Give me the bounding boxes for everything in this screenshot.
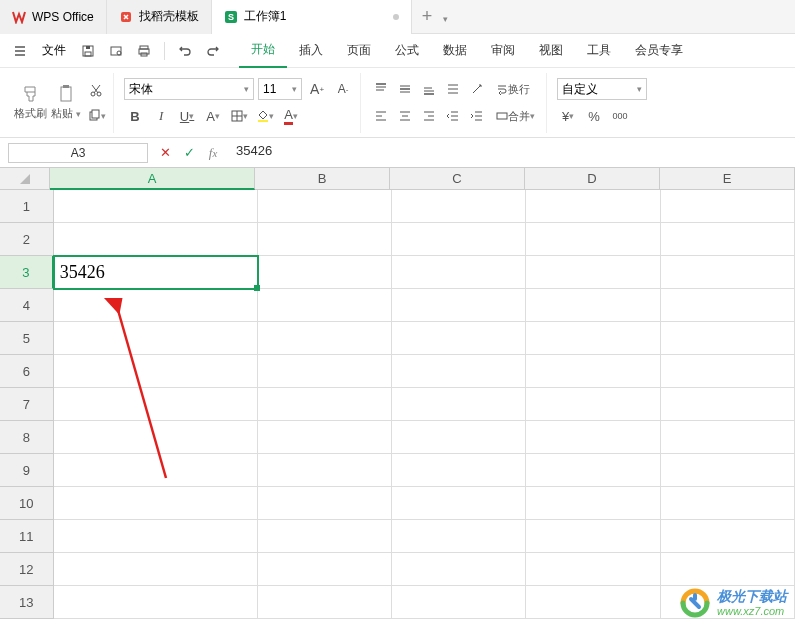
cell-D11[interactable] (526, 520, 660, 553)
row-header-8[interactable]: 8 (0, 421, 54, 454)
cell-C6[interactable] (392, 355, 526, 388)
name-box[interactable]: A3 (8, 143, 148, 163)
cell-D9[interactable] (526, 454, 660, 487)
percent-button[interactable]: % (583, 105, 605, 127)
cell-A5[interactable] (54, 322, 258, 355)
cell-C2[interactable] (392, 223, 526, 256)
cut-icon[interactable] (85, 79, 107, 101)
cell-E11[interactable] (661, 520, 795, 553)
cell-D3[interactable] (526, 256, 660, 289)
menu-tab-review[interactable]: 审阅 (479, 34, 527, 68)
cell-D12[interactable] (526, 553, 660, 586)
decrease-indent-icon[interactable] (443, 107, 463, 125)
cell-A4[interactable] (54, 289, 258, 322)
number-format-select[interactable]: 自定义▾ (557, 78, 647, 100)
column-header-B[interactable]: B (255, 168, 390, 190)
menu-tab-view[interactable]: 视图 (527, 34, 575, 68)
cell-C7[interactable] (392, 388, 526, 421)
cell-A11[interactable] (54, 520, 258, 553)
menu-tab-page[interactable]: 页面 (335, 34, 383, 68)
cell-B12[interactable] (258, 553, 392, 586)
cell-D7[interactable] (526, 388, 660, 421)
menu-file[interactable]: 文件 (36, 42, 72, 59)
cell-C4[interactable] (392, 289, 526, 322)
column-header-C[interactable]: C (390, 168, 525, 190)
cell-A9[interactable] (54, 454, 258, 487)
menu-tab-tools[interactable]: 工具 (575, 34, 623, 68)
formula-input[interactable]: 35426 (230, 143, 787, 163)
font-name-select[interactable]: 宋体▾ (124, 78, 254, 100)
row-header-5[interactable]: 5 (0, 322, 54, 355)
cell-B13[interactable] (258, 586, 392, 619)
row-header-1[interactable]: 1 (0, 190, 54, 223)
app-tab-workbook[interactable]: S 工作簿1 (212, 0, 412, 34)
bold-button[interactable]: B (124, 105, 146, 127)
cell-E6[interactable] (661, 355, 795, 388)
row-header-13[interactable]: 13 (0, 586, 54, 619)
row-header-9[interactable]: 9 (0, 454, 54, 487)
align-bottom-icon[interactable] (419, 80, 439, 98)
italic-button[interactable]: I (150, 105, 172, 127)
format-painter-button[interactable]: 格式刷 (14, 84, 47, 121)
hamburger-icon[interactable] (8, 39, 32, 63)
comma-button[interactable]: 000 (609, 105, 631, 127)
align-right-icon[interactable] (419, 107, 439, 125)
menu-tab-member[interactable]: 会员专享 (623, 34, 695, 68)
align-top-icon[interactable] (371, 80, 391, 98)
font-color-button[interactable]: A▾ (280, 105, 302, 127)
print-icon[interactable] (132, 39, 156, 63)
merge-button[interactable]: 合并▾ (491, 105, 540, 127)
cell-A1[interactable] (54, 190, 258, 223)
row-header-2[interactable]: 2 (0, 223, 54, 256)
cell-B1[interactable] (258, 190, 392, 223)
currency-button[interactable]: ¥▾ (557, 105, 579, 127)
cell-B5[interactable] (258, 322, 392, 355)
column-header-A[interactable]: A (50, 168, 255, 190)
cell-B4[interactable] (258, 289, 392, 322)
redo-icon[interactable] (201, 39, 225, 63)
cell-C11[interactable] (392, 520, 526, 553)
confirm-icon[interactable]: ✓ (180, 144, 198, 162)
row-header-7[interactable]: 7 (0, 388, 54, 421)
cell-A3[interactable]: 35426 (54, 256, 258, 289)
cell-B8[interactable] (258, 421, 392, 454)
cell-A12[interactable] (54, 553, 258, 586)
copy-icon[interactable]: ▾ (85, 105, 107, 127)
cell-D5[interactable] (526, 322, 660, 355)
menu-tab-data[interactable]: 数据 (431, 34, 479, 68)
cell-E12[interactable] (661, 553, 795, 586)
align-left-icon[interactable] (371, 107, 391, 125)
cell-B10[interactable] (258, 487, 392, 520)
cell-C10[interactable] (392, 487, 526, 520)
cell-C9[interactable] (392, 454, 526, 487)
font-size-select[interactable]: 11▾ (258, 78, 302, 100)
cell-A10[interactable] (54, 487, 258, 520)
cell-B7[interactable] (258, 388, 392, 421)
fill-color-button[interactable]: ▾ (254, 105, 276, 127)
menu-tab-start[interactable]: 开始 (239, 34, 287, 68)
border-button[interactable]: ▾ (228, 105, 250, 127)
column-header-E[interactable]: E (660, 168, 795, 190)
wrap-text-button[interactable]: 换行 (491, 78, 535, 100)
select-all-corner[interactable] (0, 168, 50, 190)
app-tab-template[interactable]: 找稻壳模板 (107, 0, 212, 34)
cell-E10[interactable] (661, 487, 795, 520)
cell-E4[interactable] (661, 289, 795, 322)
cell-E3[interactable] (661, 256, 795, 289)
cell-E5[interactable] (661, 322, 795, 355)
cell-E8[interactable] (661, 421, 795, 454)
paste-button[interactable]: 粘贴 ▾ (51, 84, 81, 121)
increase-font-icon[interactable]: A+ (306, 78, 328, 100)
decrease-font-icon[interactable]: A- (332, 78, 354, 100)
cell-D8[interactable] (526, 421, 660, 454)
cell-D2[interactable] (526, 223, 660, 256)
menu-tab-insert[interactable]: 插入 (287, 34, 335, 68)
cell-A2[interactable] (54, 223, 258, 256)
cell-C8[interactable] (392, 421, 526, 454)
cell-D4[interactable] (526, 289, 660, 322)
cell-E1[interactable] (661, 190, 795, 223)
cancel-icon[interactable]: ✕ (156, 144, 174, 162)
cell-B11[interactable] (258, 520, 392, 553)
underline-button[interactable]: U ▾ (176, 105, 198, 127)
cell-A8[interactable] (54, 421, 258, 454)
